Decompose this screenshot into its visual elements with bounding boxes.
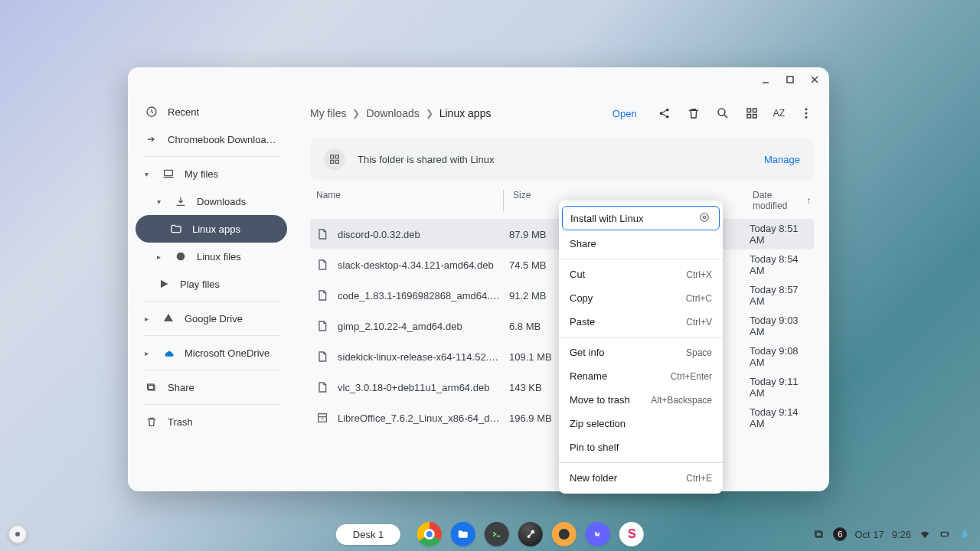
wifi-icon[interactable] bbox=[919, 528, 931, 540]
shared-banner: This folder is shared with Linux Manage bbox=[310, 138, 814, 181]
cm-install-linux[interactable]: Install with Linux bbox=[562, 206, 720, 230]
trash-icon bbox=[145, 415, 158, 429]
chrome-icon[interactable] bbox=[417, 522, 442, 546]
cm-shortcut: Ctrl+Enter bbox=[671, 371, 712, 382]
cm-divider bbox=[559, 259, 723, 259]
search-button[interactable] bbox=[715, 106, 730, 121]
file-date: Today 8:57 AM bbox=[750, 284, 814, 307]
share-button[interactable] bbox=[657, 106, 672, 121]
play-icon bbox=[157, 277, 171, 291]
sidebar-item-downloads[interactable]: ▾ Downloads bbox=[136, 187, 287, 215]
battery-icon[interactable] bbox=[939, 528, 951, 540]
cm-shortcut: Ctrl+X bbox=[686, 269, 712, 280]
sidebar-item-recent[interactable]: Recent bbox=[136, 98, 287, 126]
files-window: Recent Chromebook Downloa… ▾ My files ▾ … bbox=[128, 67, 829, 491]
sidebar-item-trash[interactable]: Trash bbox=[136, 408, 287, 435]
column-name[interactable]: Name bbox=[313, 190, 503, 211]
sidebar-item-label: My files bbox=[185, 168, 218, 180]
chevron-right-icon: ▸ bbox=[145, 349, 152, 357]
app-icon-orange[interactable] bbox=[552, 522, 577, 546]
minimize-button[interactable] bbox=[759, 73, 773, 86]
sidebar-item-chromebook-downloads[interactable]: Chromebook Downloa… bbox=[136, 126, 287, 153]
clock-icon bbox=[145, 105, 158, 119]
bug-icon[interactable] bbox=[959, 528, 971, 540]
svg-marker-8 bbox=[161, 280, 168, 289]
linux-install-icon bbox=[699, 212, 711, 224]
file-date: Today 9:08 AM bbox=[750, 345, 814, 368]
sidebar-item-label: Recent bbox=[168, 106, 199, 118]
svg-rect-5 bbox=[165, 170, 173, 175]
svg-rect-27 bbox=[335, 155, 338, 158]
onedrive-icon bbox=[162, 346, 175, 360]
sidebar-divider bbox=[143, 301, 279, 302]
cm-paste[interactable]: PasteCtrl+V bbox=[559, 310, 723, 334]
sidebar-item-my-files[interactable]: ▾ My files bbox=[136, 160, 287, 187]
cm-move-trash[interactable]: Move to trashAlt+Backspace bbox=[559, 388, 723, 412]
svg-rect-41 bbox=[941, 532, 948, 536]
file-icon bbox=[316, 259, 328, 271]
cm-pin[interactable]: Pin to shelf bbox=[559, 435, 723, 459]
sort-button[interactable]: AZ bbox=[773, 108, 785, 119]
manage-button[interactable]: Manage bbox=[764, 154, 800, 165]
svg-line-15 bbox=[662, 110, 666, 112]
cm-new-folder[interactable]: New folderCtrl+E bbox=[559, 466, 723, 490]
cm-zip[interactable]: Zip selection bbox=[559, 412, 723, 435]
stack-icon[interactable] bbox=[813, 528, 825, 540]
cm-cut[interactable]: CutCtrl+X bbox=[559, 262, 723, 286]
sidebar-item-google-drive[interactable]: ▸ Google Drive bbox=[136, 305, 287, 332]
breadcrumb-item-current[interactable]: Linux apps bbox=[439, 107, 492, 119]
column-date[interactable]: Date modified ↑ bbox=[753, 190, 811, 211]
app-icon-s[interactable]: S bbox=[619, 522, 644, 546]
breadcrumb-item[interactable]: My files bbox=[310, 107, 346, 119]
laptop-icon bbox=[162, 167, 175, 181]
launcher-button[interactable] bbox=[8, 524, 28, 544]
linux-share-icon bbox=[324, 148, 345, 170]
sidebar-divider bbox=[143, 156, 279, 157]
cm-shortcut: Alt+Backspace bbox=[651, 395, 712, 406]
file-name: LibreOffice_7.6.2_Linux_x86-64_deb.… bbox=[338, 412, 500, 424]
svg-point-17 bbox=[718, 109, 725, 116]
svg-line-38 bbox=[530, 533, 532, 536]
chevron-right-icon: ▸ bbox=[157, 253, 165, 261]
file-date: Today 9:11 AM bbox=[750, 376, 814, 399]
svg-rect-19 bbox=[747, 109, 751, 112]
svg-point-13 bbox=[666, 109, 669, 112]
more-button[interactable] bbox=[799, 106, 814, 121]
sidebar-item-linux-files[interactable]: ▸ Linux files bbox=[136, 243, 287, 270]
cm-divider bbox=[559, 337, 723, 337]
delete-button[interactable] bbox=[686, 106, 701, 121]
svg-point-7 bbox=[177, 253, 185, 261]
terminal-icon[interactable] bbox=[485, 522, 509, 546]
files-icon[interactable] bbox=[451, 522, 475, 546]
cm-rename[interactable]: RenameCtrl+Enter bbox=[559, 364, 723, 388]
file-icon bbox=[316, 289, 328, 302]
breadcrumb-item[interactable]: Downloads bbox=[366, 107, 419, 119]
svg-point-23 bbox=[805, 108, 808, 110]
cm-copy[interactable]: CopyCtrl+C bbox=[559, 286, 723, 310]
shelf-status[interactable]: 6 Oct 17 9:26 bbox=[813, 527, 971, 541]
close-button[interactable] bbox=[808, 73, 822, 86]
steam-icon[interactable] bbox=[518, 522, 543, 546]
sidebar-item-label: Linux files bbox=[197, 251, 241, 262]
archive-icon bbox=[316, 412, 328, 424]
file-name: gimp_2.10.22-4_amd64.deb bbox=[338, 321, 462, 332]
maximize-button[interactable] bbox=[783, 73, 797, 86]
cm-get-info[interactable]: Get infoSpace bbox=[559, 341, 723, 364]
svg-line-18 bbox=[724, 115, 727, 118]
desk-button[interactable]: Desk 1 bbox=[336, 524, 400, 545]
notification-badge[interactable]: 6 bbox=[833, 527, 847, 541]
sidebar-item-play-files[interactable]: Play files bbox=[136, 270, 287, 298]
file-date: Today 8:54 AM bbox=[750, 253, 814, 276]
sidebar-item-share[interactable]: Share bbox=[136, 373, 287, 401]
cm-share[interactable]: Share bbox=[559, 232, 723, 256]
shelf: Desk 1 S 6 Oct 17 9:26 bbox=[0, 517, 980, 551]
sidebar-item-label: Chromebook Downloa… bbox=[168, 134, 276, 145]
sidebar-item-linux-apps[interactable]: Linux apps bbox=[136, 215, 287, 243]
shelf-time: 9:26 bbox=[892, 529, 911, 540]
view-grid-button[interactable] bbox=[744, 106, 760, 121]
mastodon-icon[interactable] bbox=[586, 522, 610, 546]
sidebar-item-onedrive[interactable]: ▸ Microsoft OneDrive bbox=[136, 339, 287, 367]
redo-icon bbox=[145, 132, 158, 146]
open-button[interactable]: Open bbox=[612, 108, 637, 119]
chevron-down-icon: ▾ bbox=[145, 170, 152, 178]
